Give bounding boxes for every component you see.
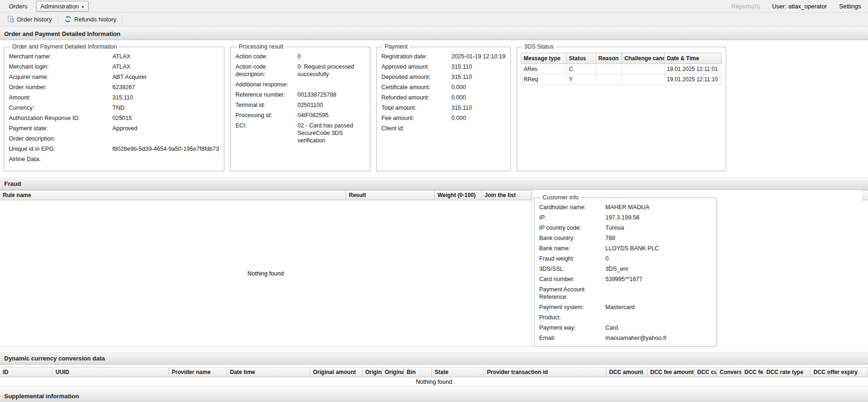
- dcc-column-header[interactable]: DCC currency: [694, 367, 717, 377]
- cell-message-type: RReq: [521, 74, 566, 85]
- field-label: Merchant name:: [9, 53, 112, 60]
- section-header-order-payment: Order and Payment Detailed Information: [0, 28, 868, 40]
- field-value: ATLAX: [112, 63, 219, 71]
- dcc-empty-text: Nothing found: [416, 379, 452, 385]
- order-history-button[interactable]: Order history: [3, 14, 56, 25]
- tds-column-message-type[interactable]: Message type: [521, 53, 566, 64]
- info-row: Payment system: Mastercard: [539, 303, 712, 311]
- dcc-grid-header: ID UUID Provider name Date time Original…: [0, 367, 868, 377]
- reports-button: Reports(0): [731, 3, 760, 10]
- cell-status: Y: [566, 74, 596, 85]
- fraud-column-header[interactable]: Join the list: [482, 190, 532, 200]
- info-row: Bank country: 788: [539, 234, 712, 242]
- field-label: Bank country:: [539, 234, 605, 242]
- fraud-column-header[interactable]: Rule name: [0, 190, 346, 200]
- field-value: Approved: [112, 125, 219, 132]
- field-label: Additional response:: [236, 81, 298, 88]
- field-label: Approved amount:: [382, 63, 451, 71]
- info-row: Action code description: 0: Request proc…: [236, 63, 365, 78]
- field-label: Email:: [539, 334, 605, 342]
- field-value: 0: [298, 53, 365, 60]
- dcc-column-header[interactable]: DCC fee currency: [742, 367, 764, 377]
- info-row: Order description:: [9, 135, 219, 142]
- cell-date-time: 19.01.2025 12:11:10: [664, 74, 721, 85]
- tds-column-challenge-cancel[interactable]: Challenge cancel: [622, 53, 664, 64]
- section-title: Fraud: [4, 180, 21, 187]
- field-value: Mastercard: [605, 303, 712, 311]
- field-value: f8028e9b-5d39-4654-9a50-195e7f8fdb73: [112, 145, 219, 153]
- dcc-column-header[interactable]: DCC amount: [606, 367, 647, 377]
- top-chrome: Orders Administration Reports(0) User: a…: [0, 0, 868, 28]
- order-info-fieldset: Order and Payment Detailed Information M…: [4, 43, 224, 171]
- field-value: 02 - Card has passed SecureCode 3DS veri…: [298, 122, 365, 144]
- info-row: Order number: 6239267: [9, 84, 219, 91]
- info-row: Authorization Response ID: 025015: [9, 114, 219, 122]
- fieldset-legend: Payment: [383, 43, 410, 50]
- tds-column-date-time[interactable]: Date & Time: [664, 53, 721, 64]
- menu-orders[interactable]: Orders: [4, 1, 32, 11]
- field-value: 04IF082595: [298, 112, 365, 119]
- toolbar-separator: [122, 15, 123, 23]
- dcc-column-header[interactable]: Provider name: [169, 367, 227, 377]
- info-row: Amount: 315.110: [9, 94, 219, 101]
- field-label: Deposited amount:: [382, 73, 451, 81]
- dcc-column-header[interactable]: DCC rate type: [764, 367, 811, 377]
- field-value: 2025-01-19 12:10:19: [451, 53, 506, 60]
- info-row: Certificate amount: 0.000: [382, 84, 506, 91]
- field-label: Certificate amount:: [382, 84, 451, 91]
- info-row: Merchant login: ATLAX: [9, 63, 219, 71]
- field-label: Client id:: [382, 125, 451, 132]
- field-label: Refunded amount:: [382, 94, 451, 101]
- cell-message-type: ARes: [521, 64, 566, 74]
- dcc-column-header[interactable]: DCC offer expiry: [811, 367, 868, 377]
- dcc-column-header[interactable]: Date time: [227, 367, 310, 377]
- field-label: Action code description:: [236, 63, 298, 78]
- dcc-column-header[interactable]: Original amount: [310, 367, 362, 377]
- info-row: Action code: 0: [236, 53, 365, 60]
- field-value: 0: Request processed successfully: [298, 63, 365, 78]
- refunds-history-button[interactable]: Refunds history: [60, 14, 120, 25]
- tds-column-reason[interactable]: Reason: [596, 53, 622, 64]
- field-value: 001338725788: [298, 91, 365, 99]
- field-label: Amount:: [9, 94, 112, 101]
- section-title: Supplemental information: [4, 393, 79, 400]
- field-value: Card: [605, 324, 712, 331]
- section-title: Order and Payment Detailed Information: [4, 30, 120, 37]
- dcc-column-header[interactable]: Conversion rate: [717, 367, 742, 377]
- info-row: Refunded amount: 0.000: [382, 94, 506, 101]
- fieldset-legend: 3DS Status: [522, 43, 556, 50]
- dcc-column-header[interactable]: UUID: [53, 367, 169, 377]
- dcc-column-header[interactable]: State: [432, 367, 484, 377]
- dcc-column-header[interactable]: ID: [0, 367, 53, 377]
- dcc-column-header[interactable]: Bin: [404, 367, 432, 377]
- field-value: 0.000: [451, 94, 506, 101]
- field-label: Unique id in EPG:: [9, 145, 112, 153]
- dcc-column-header[interactable]: Provider transaction id: [484, 367, 606, 377]
- tds-header-row: Message type Status Reason Challenge can…: [521, 53, 721, 64]
- field-value: 025015: [112, 114, 219, 122]
- menubar-right: Reports(0) User: atlax_operator Settings: [731, 3, 868, 10]
- dcc-column-header[interactable]: Original currency: [382, 367, 404, 377]
- field-value: 315.110: [451, 104, 506, 112]
- dcc-column-header[interactable]: Original fee amount: [362, 367, 382, 377]
- order-history-label: Order history: [17, 16, 52, 23]
- fraud-column-header[interactable]: Weight (0-100): [435, 190, 482, 200]
- dcc-column-header[interactable]: DCC fee amount: [647, 367, 694, 377]
- section-header-fraud: Fraud: [0, 177, 868, 190]
- info-row: Additional response:: [236, 81, 365, 88]
- cell-challenge-cancel: [622, 64, 664, 74]
- tds-column-status[interactable]: Status: [566, 53, 596, 64]
- settings-button[interactable]: Settings: [839, 3, 861, 10]
- fraud-column-header[interactable]: Result: [346, 190, 435, 200]
- menu-administration[interactable]: Administration: [36, 1, 89, 12]
- field-label: Authorization Response ID:: [9, 114, 112, 122]
- info-row: Client id:: [382, 125, 506, 132]
- info-row: Fraud weight: 0: [539, 255, 712, 262]
- info-row: Fee amount: 0.000: [382, 114, 506, 122]
- field-label: Reference number:: [236, 91, 298, 99]
- refunds-history-label: Refunds history: [74, 16, 116, 23]
- cell-reason: [596, 64, 622, 74]
- fraud-section: Rule name Result Weight (0-100) Join the…: [0, 190, 868, 350]
- field-label: Airline Data:: [9, 155, 112, 163]
- field-value: ATLAX: [112, 53, 219, 60]
